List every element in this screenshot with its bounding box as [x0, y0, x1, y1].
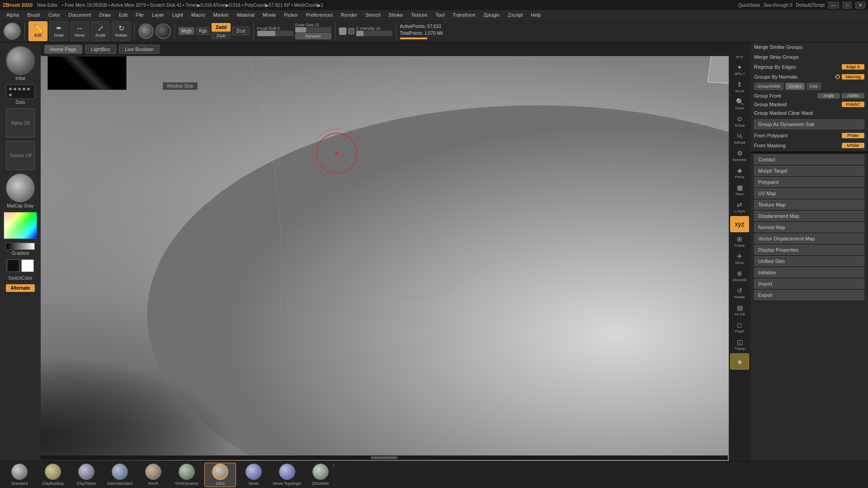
brush-item-claybuildup[interactable]: ClayBuildup	[37, 463, 69, 487]
regroup-edges-label[interactable]: Regroup By Edges	[754, 64, 796, 70]
displacementmap-button[interactable]: Displacement Map	[754, 211, 864, 221]
export-button[interactable]: Export	[754, 290, 864, 300]
normals-radio[interactable]	[835, 75, 840, 79]
brush-item-claytubes[interactable]: ClayTubes	[71, 463, 102, 487]
group-front-row[interactable]: Group Front Angle Additiv	[750, 91, 868, 101]
merge-similar-row[interactable]: Merge Similar Groups	[750, 42, 868, 52]
clstr-button[interactable]: Clstr	[807, 83, 821, 90]
drawsize-slider[interactable]	[295, 27, 331, 33]
menu-item-render[interactable]: Render	[337, 11, 361, 19]
regroup-edges-row[interactable]: Regroup By Edges Edge S	[750, 62, 868, 72]
move-button[interactable]: ↔ Move	[70, 21, 89, 41]
vectordisplacement-button[interactable]: Vector Displacement Map	[754, 234, 864, 244]
menu-item-edit[interactable]: Edit	[115, 11, 131, 19]
zsub-button[interactable]: Zsub	[212, 33, 231, 39]
home-page-tab[interactable]: Home Page	[44, 45, 82, 54]
dynamic-btn[interactable]: ⚙ Dynamic	[730, 147, 749, 164]
group-masked-clear-label[interactable]: Group Masked Clear Mask	[754, 110, 813, 116]
groups-normals-row[interactable]: Groups By Normals MaxAng	[750, 72, 868, 82]
rotate-button[interactable]: ↻ Rotate	[112, 21, 131, 41]
maxang-button[interactable]: MaxAng	[842, 74, 864, 80]
maximize-button[interactable]: □	[843, 2, 852, 9]
import-button[interactable]: Import	[754, 279, 864, 289]
brush-item-inflat[interactable]: Inflat	[204, 463, 236, 487]
morph-target-button[interactable]: Morph Target	[754, 166, 864, 176]
menu-item-stroke[interactable]: Stroke	[385, 11, 406, 19]
uvmap-button[interactable]: UV Map	[754, 188, 864, 198]
brush-item-move[interactable]: Move	[238, 463, 269, 487]
group-masked-clear-row[interactable]: Group Masked Clear Mask	[750, 108, 868, 118]
polypaint-button[interactable]: Polypaint	[754, 177, 864, 187]
menu-item-movie[interactable]: Movie	[259, 11, 279, 19]
color-picker[interactable]	[4, 212, 37, 239]
zadd-button[interactable]: Zadd	[212, 23, 231, 32]
brush-item-zmodeler[interactable]: ZModeler1	[305, 463, 336, 487]
merge-stray-row[interactable]: Merge Stray Groups	[750, 52, 868, 62]
edit-button[interactable]: ✏️ Edit	[28, 21, 47, 41]
alpha-preview[interactable]: Alpha Off	[6, 108, 35, 137]
transp-button[interactable]: ◱ Transp	[730, 336, 749, 352]
persp-button[interactable]: ◈ Persp	[730, 164, 749, 181]
group-dynamesh-button[interactable]: Group As Dynamesh Sub	[754, 119, 864, 129]
normalmap-button[interactable]: Normal Map	[754, 222, 864, 232]
dynamic-button[interactable]: Dynamic	[295, 33, 331, 39]
zoom-button[interactable]: 🔍 Zoom	[730, 96, 749, 112]
matcap-sphere[interactable]	[6, 174, 35, 202]
texturemap-button[interactable]: Texture Map	[754, 200, 864, 210]
menu-item-macro[interactable]: Macro	[188, 11, 209, 19]
scroll-thumb[interactable]	[371, 456, 398, 459]
menu-item-zscript[interactable]: Zscript	[504, 11, 526, 19]
menu-item-help[interactable]: Help	[527, 11, 545, 19]
merge-stray-label[interactable]: Merge Stray Groups	[754, 54, 799, 60]
group-masked-row[interactable]: Group Masked PolishC	[750, 101, 868, 108]
from-masking-row[interactable]: From Masking MToler	[750, 141, 868, 150]
minimize-button[interactable]: —	[828, 2, 839, 9]
menu-item-preferences[interactable]: Preferences	[302, 11, 336, 19]
menu-item-document[interactable]: Document	[65, 11, 94, 19]
polishc-button[interactable]: PolishC	[842, 102, 864, 107]
menu-item-light[interactable]: Light	[169, 11, 187, 19]
background-color[interactable]	[21, 259, 34, 272]
menu-item-stencil[interactable]: Stencil	[362, 11, 384, 19]
menu-item-zplugin[interactable]: Zplugin	[480, 11, 503, 19]
zcut-button[interactable]: Zcut	[232, 27, 249, 35]
brush-item-damstandard[interactable]: DamStandard	[104, 463, 136, 487]
frame-button[interactable]: ⊞ Frame	[730, 233, 749, 249]
dynamic2-button[interactable]: ◆	[730, 353, 749, 370]
group-front-label[interactable]: Group Front	[754, 93, 781, 99]
brush-sphere[interactable]	[6, 46, 35, 75]
menu-item-layer[interactable]: Layer	[148, 11, 168, 19]
from-polypaint-row[interactable]: From Polypaint PToler	[750, 131, 868, 141]
menu-item-file[interactable]: File	[132, 11, 147, 19]
edge-s-button[interactable]: Edge S	[842, 64, 864, 70]
display-properties-button[interactable]: Display Properties	[754, 245, 864, 255]
initialize-button[interactable]: Initialize	[754, 267, 864, 277]
lightbox-tab[interactable]: LightBox	[85, 45, 116, 54]
menu-item-tool[interactable]: Tool	[432, 11, 448, 19]
menu-item-alpha[interactable]: Alpha	[3, 11, 23, 19]
d-toggle[interactable]	[348, 28, 354, 34]
menu-item-marker[interactable]: Marker	[210, 11, 232, 19]
focal-slider[interactable]	[257, 31, 293, 36]
group-masked-label[interactable]: Group Masked	[754, 102, 787, 107]
main-canvas[interactable]: Window Strip	[41, 42, 750, 461]
menu-item-brush[interactable]: Brush	[24, 11, 44, 19]
dots-preview[interactable]	[6, 84, 35, 99]
mrgb-button[interactable]: Mrgb	[179, 27, 194, 35]
actual-button[interactable]: ⊙ Actual	[730, 113, 749, 129]
mtoler-button[interactable]: MToler	[842, 143, 864, 148]
menu-item-color[interactable]: Color	[45, 11, 64, 19]
covers-button[interactable]: Covers	[785, 83, 805, 90]
from-polypaint-label[interactable]: From Polypaint	[754, 133, 788, 138]
brush-item-standard[interactable]: Standard	[4, 463, 35, 487]
gradient-preview[interactable]	[6, 243, 35, 250]
rotate3d-button[interactable]: ↺ Rotate	[730, 285, 749, 301]
material-sphere[interactable]	[4, 23, 21, 40]
live-boolean-tab[interactable]: Live Boolean	[119, 45, 160, 54]
polyf-button[interactable]: ◻ PolyF	[730, 319, 749, 335]
brush-item-move-topologic[interactable]: Move Topologic	[271, 463, 303, 487]
foreground-color[interactable]	[7, 259, 19, 272]
aahalf-button[interactable]: ½ AAHalf	[730, 130, 749, 146]
contact-button[interactable]: Contact	[754, 155, 864, 164]
menu-item-draw[interactable]: Draw	[95, 11, 114, 19]
